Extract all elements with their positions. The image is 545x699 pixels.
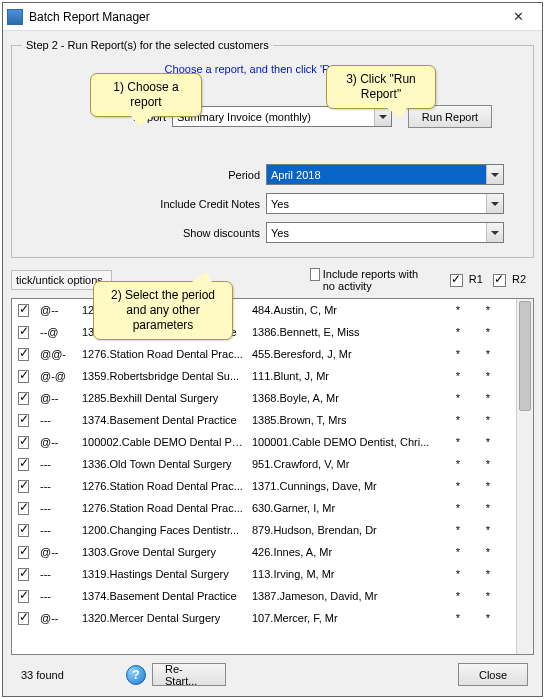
- credit-notes-value: Yes: [267, 198, 486, 210]
- row-r2: *: [473, 348, 503, 360]
- row-flag: ---: [36, 458, 78, 470]
- row-r2: *: [473, 502, 503, 514]
- row-checkbox[interactable]: [18, 436, 29, 449]
- row-checkbox[interactable]: [18, 304, 29, 317]
- row-flag: @--: [36, 436, 78, 448]
- step2-legend: Step 2 - Run Report(s) for the selected …: [22, 39, 273, 51]
- row-checkbox[interactable]: [18, 524, 29, 537]
- row-checkbox[interactable]: [18, 546, 29, 559]
- window-title: Batch Report Manager: [29, 10, 498, 24]
- r1-checkbox[interactable]: R1: [450, 273, 483, 287]
- row-r2: *: [473, 458, 503, 470]
- row-checkbox[interactable]: [18, 480, 29, 493]
- row-r1: *: [443, 326, 473, 338]
- r1-label: R1: [469, 273, 483, 285]
- row-r2: *: [473, 568, 503, 580]
- row-r1: *: [443, 348, 473, 360]
- table-row[interactable]: @--1285.Bexhill Dental Surgery484.Austin…: [12, 299, 516, 321]
- credit-notes-label: Include Credit Notes: [22, 198, 266, 210]
- titlebar: Batch Report Manager ✕: [3, 3, 542, 31]
- row-person: 111.Blunt, J, Mr: [248, 370, 443, 382]
- row-r2: *: [473, 414, 503, 426]
- row-flag: @--: [36, 304, 78, 316]
- table-row[interactable]: ---1200.Changing Faces Dentistr...879.Hu…: [12, 519, 516, 541]
- period-label: Period: [22, 169, 266, 181]
- row-r2: *: [473, 392, 503, 404]
- row-checkbox[interactable]: [18, 568, 29, 581]
- row-r2: *: [473, 590, 503, 602]
- content-area: Step 2 - Run Report(s) for the selected …: [3, 31, 542, 696]
- row-checkbox[interactable]: [18, 414, 29, 427]
- table-row[interactable]: @--1320.Mercer Dental Surgery107.Mercer,…: [12, 607, 516, 629]
- row-flag: ---: [36, 568, 78, 580]
- table-row[interactable]: @--100002.Cable DEMO Dental Pr...100001.…: [12, 431, 516, 453]
- close-button[interactable]: Close: [458, 663, 528, 686]
- table-row[interactable]: ---1276.Station Road Dental Prac...630.G…: [12, 497, 516, 519]
- row-person: 426.Innes, A, Mr: [248, 546, 443, 558]
- table-row[interactable]: @--1303.Grove Dental Surgery426.Innes, A…: [12, 541, 516, 563]
- row-practice: 1359.Robertsbridge Dental Su...: [78, 370, 248, 382]
- row-r1: *: [443, 612, 473, 624]
- include-reports-checkbox[interactable]: Include reports with no activity: [310, 268, 430, 292]
- table-row[interactable]: ---1374.Basement Dental Practice1385.Bro…: [12, 409, 516, 431]
- row-person: 113.Irving, M, Mr: [248, 568, 443, 580]
- row-person: 1386.Bennett, E, Miss: [248, 326, 443, 338]
- checkbox-icon: [450, 274, 463, 287]
- options-row: tick/untick options Include reports with…: [11, 264, 534, 298]
- row-practice: 1303.Grove Dental Surgery: [78, 546, 248, 558]
- table-row[interactable]: @--1285.Bexhill Dental Surgery1368.Boyle…: [12, 387, 516, 409]
- callout-3: 3) Click "Run Report": [326, 65, 436, 109]
- table-row[interactable]: --@1374.Basement Dental Practice1386.Ben…: [12, 321, 516, 343]
- discounts-label: Show discounts: [22, 227, 266, 239]
- row-checkbox[interactable]: [18, 348, 29, 361]
- report-value: Summary Invoice (monthly): [173, 111, 374, 123]
- help-icon[interactable]: ?: [126, 665, 146, 685]
- restart-button[interactable]: Re-Start...: [152, 663, 226, 686]
- row-person: 1385.Brown, T, Mrs: [248, 414, 443, 426]
- row-r2: *: [473, 436, 503, 448]
- discounts-combo[interactable]: Yes: [266, 222, 504, 243]
- period-value: April 2018: [267, 169, 486, 181]
- row-practice: 1374.Basement Dental Practice: [78, 414, 248, 426]
- row-person: 951.Crawford, V, Mr: [248, 458, 443, 470]
- row-person: 107.Mercer, F, Mr: [248, 612, 443, 624]
- row-r2: *: [473, 370, 503, 382]
- report-combo[interactable]: Summary Invoice (monthly): [172, 106, 392, 127]
- row-checkbox[interactable]: [18, 502, 29, 515]
- row-flag: ---: [36, 502, 78, 514]
- row-r1: *: [443, 304, 473, 316]
- row-checkbox[interactable]: [18, 326, 29, 339]
- row-r1: *: [443, 546, 473, 558]
- table-row[interactable]: ---1276.Station Road Dental Prac...1371.…: [12, 475, 516, 497]
- window: Batch Report Manager ✕ Step 2 - Run Repo…: [2, 2, 543, 697]
- table-row[interactable]: ---1374.Basement Dental Practice1387.Jam…: [12, 585, 516, 607]
- row-person: 1387.Jameson, David, Mr: [248, 590, 443, 602]
- table-row[interactable]: ---1336.Old Town Dental Surgery951.Crawf…: [12, 453, 516, 475]
- row-r1: *: [443, 502, 473, 514]
- scrollbar-thumb[interactable]: [519, 301, 531, 411]
- row-person: 455.Beresford, J, Mr: [248, 348, 443, 360]
- row-practice: 1200.Changing Faces Dentistr...: [78, 524, 248, 536]
- table-row[interactable]: @-@1359.Robertsbridge Dental Su...111.Bl…: [12, 365, 516, 387]
- row-practice: 1320.Mercer Dental Surgery: [78, 612, 248, 624]
- row-checkbox[interactable]: [18, 590, 29, 603]
- row-checkbox[interactable]: [18, 612, 29, 625]
- window-close-button[interactable]: ✕: [498, 4, 538, 30]
- callout-1: 1) Choose a report: [90, 73, 202, 117]
- row-flag: @--: [36, 546, 78, 558]
- row-checkbox[interactable]: [18, 458, 29, 471]
- row-person: 630.Garner, I, Mr: [248, 502, 443, 514]
- footer: 33 found ? Re-Start... Close: [11, 659, 534, 692]
- row-flag: ---: [36, 524, 78, 536]
- row-checkbox[interactable]: [18, 392, 29, 405]
- checkbox-icon: [310, 268, 320, 281]
- r2-checkbox[interactable]: R2: [493, 273, 526, 287]
- row-practice: 1276.Station Road Dental Prac...: [78, 348, 248, 360]
- scrollbar[interactable]: [516, 299, 533, 654]
- table-row[interactable]: ---1319.Hastings Dental Surgery113.Irvin…: [12, 563, 516, 585]
- table-row[interactable]: @@-1276.Station Road Dental Prac...455.B…: [12, 343, 516, 365]
- credit-notes-combo[interactable]: Yes: [266, 193, 504, 214]
- row-checkbox[interactable]: [18, 370, 29, 383]
- row-practice: 100002.Cable DEMO Dental Pr...: [78, 436, 248, 448]
- period-combo[interactable]: April 2018: [266, 164, 504, 185]
